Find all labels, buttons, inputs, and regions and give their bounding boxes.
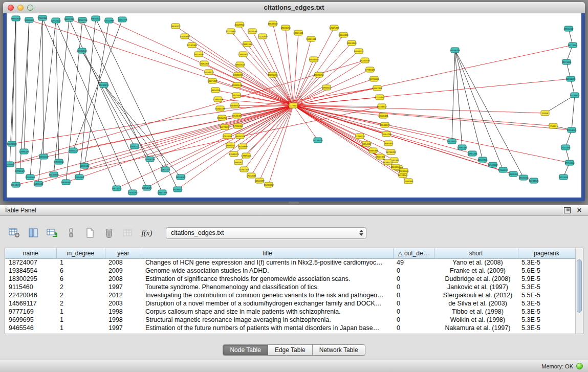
table-row[interactable]: 1456911722003Disruption of a novel membe… [5,299,575,308]
graph-node[interactable]: 18220214 [77,17,88,23]
column-header-name[interactable]: name [5,248,56,258]
graph-node[interactable]: 20530112 [77,48,87,53]
graph-node[interactable]: 12570611 [222,134,232,139]
select-rows-icon[interactable] [64,226,78,239]
graph-node[interactable]: 17995021 [15,168,25,173]
tab-edge-table[interactable]: Edge Table [268,345,313,355]
graph-node[interactable]: 18099941 [61,180,71,185]
graph-node[interactable]: 16801221 [160,167,170,172]
graph-node[interactable]: 18495498 [368,148,378,153]
graph-node[interactable]: 18690211 [225,143,235,148]
table-row[interactable]: 969969511998Structural magnetic resonanc… [5,316,575,324]
graph-node[interactable]: 18120945 [477,157,488,162]
graph-node[interactable]: 17680998 [180,34,190,39]
graph-node[interactable]: 12995467 [19,149,29,154]
graph-node[interactable]: 12210354 [560,145,571,150]
graph-node[interactable]: 16644433 [338,32,349,37]
graph-node[interactable]: 17994008 [213,97,223,102]
graph-node[interactable]: 15364187 [215,106,225,111]
float-panel-icon[interactable] [562,206,572,214]
graph-node[interactable]: 16954127 [361,141,372,146]
graph-node[interactable]: 12220549 [257,34,268,39]
graph-node[interactable]: 17604112 [498,167,508,172]
graph-node[interactable]: 16055709 [235,134,245,139]
graph-node[interactable]: 16245810 [49,172,59,177]
table-row[interactable]: 1830029562008Estimation of significance … [5,275,575,283]
graph-node[interactable]: 15905134 [79,163,90,168]
graph-node[interactable]: 16649705 [268,21,278,26]
graph-node[interactable]: 16164612 [377,104,387,109]
graph-node[interactable]: 12954002 [74,174,84,180]
graph-node[interactable]: 15134 [549,123,557,128]
table-row[interactable]: 1872400712008Changes of HCN gene express… [5,258,575,267]
graph-node[interactable]: 18554092 [176,174,186,180]
graph-node[interactable]: 16429601 [231,93,242,98]
graph-node[interactable]: 18981337 [354,49,364,54]
graph-node[interactable]: 17283297 [233,72,243,77]
graph-node[interactable]: 16958212 [321,85,332,90]
graph-node[interactable]: 18544212 [217,115,227,120]
graph-node[interactable]: 16961031 [306,36,316,41]
graph-node[interactable]: 17240 [289,103,297,108]
graph-node[interactable]: 16014234 [112,186,122,191]
graph-node[interactable]: 16251540 [360,58,370,63]
column-header-in_degree[interactable]: in_degree [56,248,105,258]
graph-node[interactable]: 19861091 [293,30,303,35]
graph-node[interactable]: 18657294 [157,190,167,195]
graph-node[interactable]: 18930412 [563,26,574,31]
graph-node[interactable]: 18209183 [247,29,257,34]
graph-node[interactable]: 18530312 [170,24,181,29]
graph-node[interactable]: 18184805 [199,61,209,66]
graph-node[interactable]: 19861095 [242,41,252,47]
graph-node[interactable]: 16054299 [381,132,391,137]
tab-node-table[interactable]: Node Table [223,345,268,355]
function-builder-icon[interactable]: f(x) [140,226,154,239]
graph-node[interactable]: 16959412 [24,17,34,23]
graph-node[interactable]: 19245001 [399,168,409,173]
graph-node[interactable]: 12860902 [238,52,248,57]
graph-node[interactable]: 15338412 [172,187,183,192]
column-header-short[interactable]: short [434,248,518,258]
graph-node[interactable]: 26206501 [25,174,35,180]
table-row[interactable]: 911546021997Tourette syndrome. Phenomeno… [5,283,575,291]
graph-node[interactable]: 18945202 [508,171,518,177]
graph-node[interactable]: 16734281 [386,149,396,155]
graph-node[interactable]: 19171825 [207,78,217,83]
graph-node[interactable]: 16484112 [383,160,393,165]
graph-node[interactable]: 17234511 [246,173,256,178]
graph-node[interactable]: 17889234 [54,159,64,164]
graph-node[interactable]: 15905131 [33,181,43,186]
graph-node[interactable]: 16021998 [64,16,74,21]
graph-node[interactable]: 15905138 [145,157,155,162]
graph-node[interactable]: 16679912 [447,139,457,144]
graph-node[interactable]: 16791234 [467,151,477,156]
graph-node[interactable]: 17012999 [104,18,114,23]
graph-node[interactable]: 16418008 [193,52,204,57]
graph-node[interactable]: 15958 [541,111,549,116]
graph-node[interactable]: 13220418 [268,72,278,77]
graph-node[interactable]: 12125439 [329,25,339,30]
graph-node[interactable]: 15134545 [313,138,323,143]
graph-node[interactable]: 14439312 [570,93,580,98]
table-row[interactable]: 2242004622012Investigating the contribut… [5,291,575,299]
graph-node[interactable]: 18923514 [235,62,245,67]
graph-node[interactable]: 18434204 [210,87,221,93]
graph-node[interactable]: 19961903 [346,40,357,46]
graph-node[interactable]: 17924352 [233,123,243,128]
graph-node[interactable]: 18950845 [11,16,21,21]
graph-node[interactable]: 13211604 [375,95,385,100]
graph-node[interactable]: 12204119 [355,134,365,139]
show-columns-icon[interactable] [26,226,40,239]
graph-node[interactable]: 18585901 [383,141,394,146]
graph-node[interactable]: 20650112 [68,148,78,153]
graph-node[interactable]: 13954471 [142,185,152,190]
graph-node[interactable]: 17893341 [457,145,467,150]
graph-node[interactable]: 16456012 [38,154,49,159]
scrollbar-thumb[interactable] [577,259,582,313]
graph-node[interactable]: 16779341 [568,42,578,48]
graph-node[interactable]: 21521397 [232,113,242,118]
graph-node[interactable]: 16344199 [254,178,265,183]
table-row[interactable]: 946362711997Embryonic stem cells: a mode… [5,332,575,334]
graph-node[interactable]: 18544877 [380,122,390,127]
table-settings-icon[interactable] [7,226,21,239]
